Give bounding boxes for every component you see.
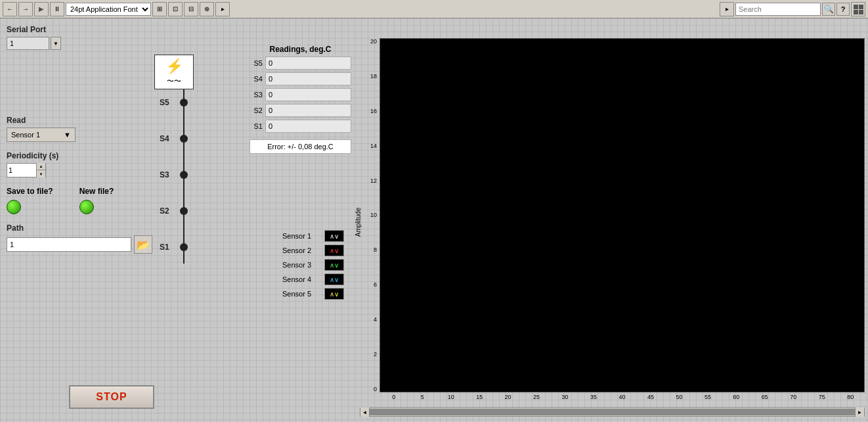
legend-sensor4: Sensor 4 ∧∨ <box>282 272 344 287</box>
legend-label-5: Sensor 5 <box>282 290 322 298</box>
x-tick-5: 5 <box>408 394 436 400</box>
s4-value: 0 <box>265 72 351 85</box>
new-file-led[interactable] <box>79 200 94 214</box>
help-button[interactable]: ? <box>836 3 850 16</box>
reading-row-s4: S4 0 <box>250 72 351 85</box>
s2-value: 0 <box>265 104 351 117</box>
legend-label-3: Sensor 3 <box>282 261 322 269</box>
back-button[interactable]: ← <box>3 2 17 16</box>
x-tick-60: 60 <box>722 394 750 400</box>
x-tick-15: 15 <box>465 394 493 400</box>
waveform-icon-3: ∧∨ <box>330 262 339 269</box>
svg-text:S2: S2 <box>160 206 169 216</box>
stop-label: STOP <box>96 391 127 403</box>
legend-icon-3: ∧∨ <box>324 259 344 271</box>
usb-icon: ⚡ <box>165 58 183 75</box>
legend-icon-1: ∧∨ <box>324 230 344 242</box>
chart-scrollbar: ◄ ► <box>360 408 865 417</box>
forward-button[interactable]: → <box>18 2 33 16</box>
scrollbar-track[interactable] <box>370 409 855 415</box>
x-tick-30: 30 <box>551 394 579 400</box>
x-tick-10: 10 <box>437 394 465 400</box>
readings-title: Readings, deg.C <box>250 45 351 54</box>
toolbar: ← → ▶ ⏸ 24pt Application Font ⊞ ⊡ ⊟ ⊕ ▸ … <box>0 0 868 18</box>
grid-tool-1[interactable]: ⊞ <box>152 2 167 16</box>
search-button[interactable]: 🔍 <box>822 3 835 16</box>
waveform-icon-2: ∧∨ <box>330 247 339 254</box>
y-tick-0: 0 <box>374 386 377 392</box>
new-file-group: New file? <box>79 187 114 214</box>
extra-tool[interactable]: ▸ <box>215 2 230 16</box>
svg-text:S4: S4 <box>160 134 169 143</box>
y-tick-10: 10 <box>370 212 377 218</box>
x-tick-35: 35 <box>579 394 607 400</box>
sensor-svg: S5 S4 S3 S2 S1 <box>154 89 220 273</box>
s5-label: S5 <box>250 59 263 67</box>
reading-row-s2: S2 0 <box>250 104 351 117</box>
serial-port-label: Serial Port <box>7 25 223 34</box>
reading-row-s5: S5 0 <box>250 57 351 70</box>
reading-row-s1: S1 0 <box>250 120 351 133</box>
port-dropdown[interactable]: ▼ <box>51 37 61 50</box>
svg-text:S3: S3 <box>160 170 169 179</box>
readings-panel: Readings, deg.C S5 0 S4 0 S3 0 S2 0 S1 0 <box>250 45 351 154</box>
run-button[interactable]: ▶ <box>34 2 49 16</box>
search-arrow[interactable]: ▸ <box>720 2 734 16</box>
y-tick-4: 4 <box>374 316 377 323</box>
svg-point-9 <box>180 243 188 251</box>
new-file-label: New file? <box>79 187 114 196</box>
legend-sensor1: Sensor 1 ∧∨ <box>282 229 344 243</box>
save-file-led[interactable] <box>7 200 21 214</box>
legend-icon-2: ∧∨ <box>324 245 344 256</box>
sensor-select[interactable]: Sensor 1 ▼ <box>7 128 76 142</box>
legend-sensor3: Sensor 3 ∧∨ <box>282 258 344 272</box>
periodicity-value: 1 <box>7 166 36 174</box>
y-tick-18: 18 <box>370 73 377 80</box>
readings-list: S5 0 S4 0 S3 0 S2 0 S1 0 <box>250 57 351 133</box>
y-tick-16: 16 <box>370 108 377 114</box>
port-display: 1 <box>7 37 49 50</box>
legend-label-2: Sensor 2 <box>282 246 322 254</box>
scrollbar-left-btn[interactable]: ◄ <box>360 408 370 417</box>
s3-value: 0 <box>265 88 351 101</box>
pause-button[interactable]: ⏸ <box>50 2 64 16</box>
main-area: Serial Port 1 ▼ Read Sensor 1 ▼ Periodic… <box>0 18 868 422</box>
sensor-dropdown-arrow: ▼ <box>64 131 71 139</box>
x-tick-80: 80 <box>836 394 865 400</box>
s2-label: S2 <box>250 106 263 114</box>
save-file-group: Save to file? <box>7 187 53 214</box>
legend-icon-4: ∧∨ <box>324 273 344 285</box>
grid-button[interactable] <box>851 2 865 16</box>
x-tick-45: 45 <box>636 394 664 400</box>
y-axis: 20 18 16 14 12 10 8 6 4 2 0 <box>360 38 380 392</box>
y-tick-14: 14 <box>370 143 377 149</box>
s1-value: 0 <box>265 120 351 133</box>
legend-icon-5: ∧∨ <box>324 288 344 300</box>
grid-tool-3[interactable]: ⊟ <box>184 2 198 16</box>
search-input[interactable] <box>735 3 821 16</box>
svg-point-1 <box>180 99 188 106</box>
spinner-up[interactable]: ▲ <box>37 163 45 170</box>
spinner-down[interactable]: ▼ <box>37 170 45 177</box>
folder-button[interactable]: 📂 <box>134 235 152 254</box>
legend-sensor5: Sensor 5 ∧∨ <box>282 287 344 301</box>
svg-point-3 <box>180 135 188 143</box>
stop-button[interactable]: STOP <box>69 385 154 409</box>
svg-point-7 <box>180 207 188 215</box>
compass-tool[interactable]: ⊕ <box>200 2 214 16</box>
legend-sensor2: Sensor 2 ∧∨ <box>282 243 344 258</box>
waveform-icon-5: ∧∨ <box>330 291 339 298</box>
x-tick-75: 75 <box>808 394 836 400</box>
font-selector[interactable]: 24pt Application Font <box>66 3 151 16</box>
waveform-icon-4: ∧∨ <box>330 276 339 283</box>
path-input[interactable] <box>7 237 131 252</box>
sensor-select-value: Sensor 1 <box>11 131 40 139</box>
port-value: 1 <box>10 39 14 47</box>
chart-canvas <box>380 38 865 392</box>
x-tick-55: 55 <box>693 394 722 400</box>
grid-tool-2[interactable]: ⊡ <box>168 2 183 16</box>
y-tick-6: 6 <box>374 281 377 288</box>
y-tick-2: 2 <box>374 351 377 358</box>
scrollbar-right-btn[interactable]: ► <box>855 408 864 417</box>
save-file-label: Save to file? <box>7 187 53 196</box>
